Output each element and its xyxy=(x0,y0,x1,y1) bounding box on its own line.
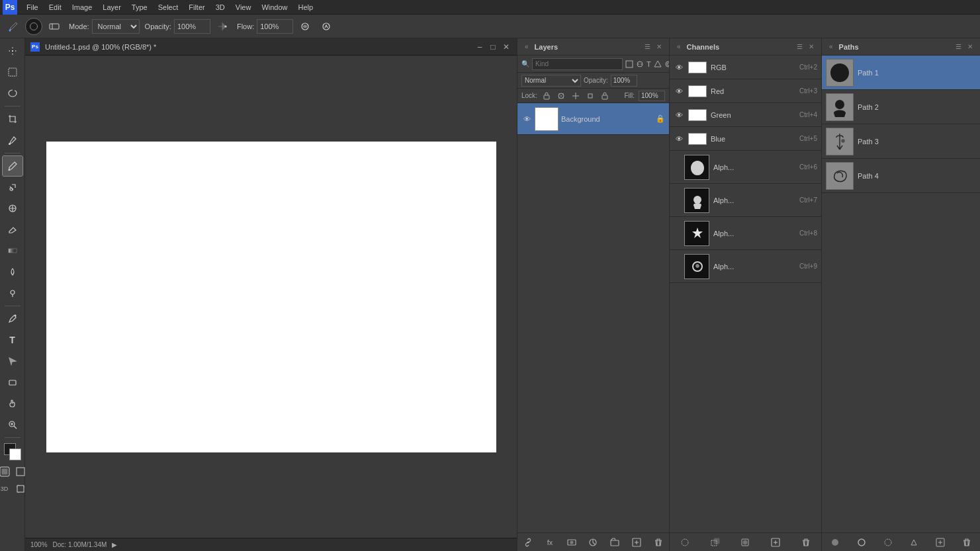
brush-tool[interactable] xyxy=(3,156,22,176)
lock-all-btn[interactable] xyxy=(600,91,610,101)
menu-file[interactable]: File xyxy=(21,2,44,13)
pen-tool[interactable] xyxy=(3,309,22,329)
channel-eye-rgb[interactable]: 👁 xyxy=(674,62,684,73)
lock-image-btn[interactable] xyxy=(556,91,566,101)
menu-window[interactable]: Window xyxy=(256,2,292,13)
gradient-tool[interactable] xyxy=(3,241,22,261)
delete-channel-btn[interactable] xyxy=(799,535,813,550)
quick-mask-btn[interactable] xyxy=(0,464,12,479)
menu-image[interactable]: Image xyxy=(67,2,98,13)
layer-eye-background[interactable]: 👁 xyxy=(521,114,532,124)
add-mask-btn[interactable] xyxy=(564,535,579,550)
layers-panel-menu-icon[interactable]: ☰ xyxy=(643,42,652,52)
canvas-wrapper[interactable] xyxy=(25,56,517,538)
marching-ants-btn[interactable] xyxy=(678,535,692,550)
new-channel-btn[interactable] xyxy=(768,535,783,550)
crop-tool[interactable] xyxy=(3,109,22,129)
flow-jitter-btn[interactable] xyxy=(296,17,314,36)
marquee-tool[interactable] xyxy=(3,62,22,82)
menu-view[interactable]: View xyxy=(230,2,257,13)
channel-eye-green[interactable]: 👁 xyxy=(674,110,684,120)
eyedropper-tool[interactable] xyxy=(3,130,22,150)
brush-settings-btn[interactable] xyxy=(45,17,64,36)
path-row-2[interactable]: Path 2 xyxy=(822,90,980,124)
channel-eye-red[interactable]: 👁 xyxy=(674,86,684,97)
selection-as-path-btn[interactable] xyxy=(907,535,921,550)
path-select-tool[interactable] xyxy=(3,351,22,371)
close-btn[interactable]: ✕ xyxy=(501,42,512,52)
zoom-tool[interactable] xyxy=(3,415,22,435)
menu-layer[interactable]: Layer xyxy=(97,2,126,13)
lock-position-btn[interactable] xyxy=(570,91,581,101)
airbrush-btn[interactable] xyxy=(213,17,232,36)
channel-row-alpha4[interactable]: Alph... Ctrl+9 xyxy=(670,250,821,283)
delete-path-btn[interactable] xyxy=(959,535,974,550)
lock-artboard-btn[interactable] xyxy=(585,91,596,101)
canvas[interactable] xyxy=(46,142,496,452)
layers-collapse-btn[interactable]: « xyxy=(523,43,531,50)
channel-row-green[interactable]: 👁 Green Ctrl+4 xyxy=(670,103,821,127)
move-tool[interactable] xyxy=(3,41,22,61)
maximize-btn[interactable]: □ xyxy=(488,42,498,52)
channel-as-selection-btn[interactable] xyxy=(708,535,723,550)
menu-type[interactable]: Type xyxy=(126,2,153,13)
delete-layer-btn[interactable] xyxy=(651,535,666,550)
minimize-btn[interactable]: – xyxy=(474,42,485,52)
path-row-4[interactable]: Path 4 xyxy=(822,159,980,193)
layers-search-input[interactable] xyxy=(532,58,623,70)
healing-tool[interactable] xyxy=(3,198,22,218)
layers-mode-select[interactable]: Normal Dissolve Multiply xyxy=(521,75,581,87)
channel-eye-blue[interactable]: 👁 xyxy=(674,134,684,144)
menu-edit[interactable]: Edit xyxy=(44,2,67,13)
menu-help[interactable]: Help xyxy=(293,2,319,13)
menu-filter[interactable]: Filter xyxy=(183,2,210,13)
blur-tool[interactable] xyxy=(3,262,22,282)
channel-row-alpha3[interactable]: Alph... Ctrl+8 xyxy=(670,217,821,250)
layers-panel-close-icon[interactable]: ✕ xyxy=(654,42,664,52)
menu-3d[interactable]: 3D xyxy=(210,2,230,13)
channels-panel-menu-icon[interactable]: ☰ xyxy=(795,42,804,52)
add-layer-mask-path-btn[interactable] xyxy=(933,535,948,550)
filter-pixel-btn[interactable] xyxy=(625,59,633,69)
clone-stamp-tool[interactable] xyxy=(3,177,22,197)
brush-preview[interactable] xyxy=(25,18,42,35)
channel-row-blue[interactable]: 👁 Blue Ctrl+5 xyxy=(670,127,821,151)
channel-row-alpha1[interactable]: Alph... Ctrl+6 xyxy=(670,151,821,184)
channel-row-alpha2[interactable]: Alph... Ctrl+7 xyxy=(670,184,821,217)
3d-tool[interactable]: 3D xyxy=(0,482,12,496)
path-as-selection-btn[interactable] xyxy=(881,535,895,550)
add-style-btn[interactable]: fx xyxy=(543,535,557,550)
flow-input[interactable] xyxy=(257,19,293,34)
add-adjustment-btn[interactable] xyxy=(586,535,600,550)
background-color[interactable] xyxy=(9,448,21,460)
filter-adjust-btn[interactable] xyxy=(636,59,644,69)
brush-tool-btn[interactable] xyxy=(4,17,22,36)
path-row-3[interactable]: Path 3 xyxy=(822,124,980,159)
paths-collapse-btn[interactable]: « xyxy=(827,43,835,50)
new-layer-btn[interactable] xyxy=(629,535,644,550)
add-group-btn[interactable] xyxy=(607,535,622,550)
lock-transparent-btn[interactable] xyxy=(541,91,552,101)
color-chips[interactable] xyxy=(4,443,21,460)
lasso-tool[interactable] xyxy=(3,83,22,103)
shape-tool[interactable] xyxy=(3,372,22,392)
dodge-tool[interactable] xyxy=(3,283,22,303)
channel-row-red[interactable]: 👁 Red Ctrl+3 xyxy=(670,79,821,103)
mode-select[interactable]: Normal Dissolve Multiply xyxy=(92,19,140,34)
channel-row-rgb[interactable]: 👁 RGB Ctrl+2 xyxy=(670,56,821,79)
type-tool[interactable]: T xyxy=(3,330,22,350)
eraser-tool[interactable] xyxy=(3,220,22,239)
path-row-1[interactable]: Path 1 xyxy=(822,56,980,90)
selection-as-channel-btn[interactable] xyxy=(738,535,752,550)
filter-type-btn[interactable]: T xyxy=(646,59,651,69)
link-layers-btn[interactable] xyxy=(521,535,535,550)
fill-path-btn[interactable] xyxy=(828,535,842,550)
layers-opacity-input[interactable] xyxy=(611,75,637,87)
channels-collapse-btn[interactable]: « xyxy=(675,43,683,50)
layer-row-background[interactable]: 👁 Background 🔒 xyxy=(517,103,669,135)
paths-panel-menu-icon[interactable]: ☰ xyxy=(954,42,963,52)
paths-panel-close-icon[interactable]: ✕ xyxy=(965,42,975,52)
status-arrow[interactable]: ▶ xyxy=(112,541,117,548)
menu-select[interactable]: Select xyxy=(153,2,184,13)
fill-input[interactable] xyxy=(639,91,665,101)
